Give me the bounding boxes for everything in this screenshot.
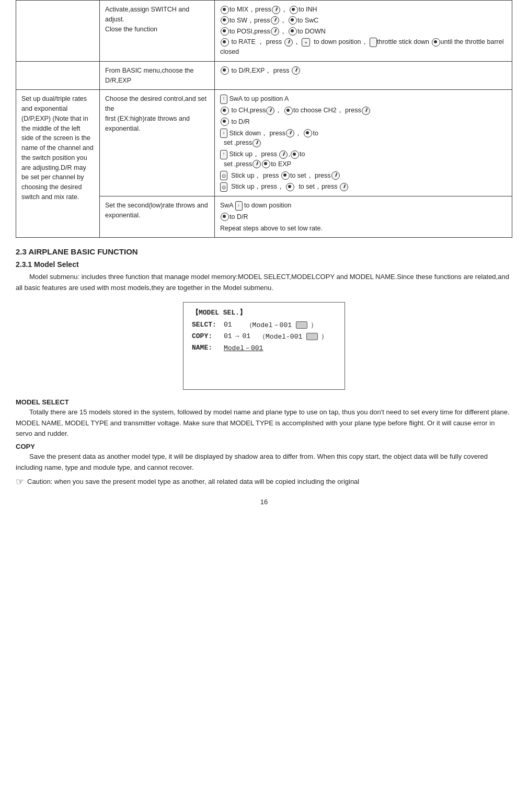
- circle-icon9: [221, 66, 229, 75]
- model-select-text: Totally there are 15 models stored in th…: [16, 407, 512, 439]
- cell-activate-switch: Activate,assign SWITCH and adjust. Close…: [100, 1, 215, 62]
- circle-icon5: [221, 27, 229, 36]
- circle-icon3: [221, 16, 229, 25]
- cell-left-empty: [16, 1, 100, 62]
- copy-model: （Model-001: [259, 332, 302, 341]
- copy-text: Save the present data as another model t…: [16, 451, 512, 473]
- name-value: Model－001: [224, 343, 263, 353]
- intro-paragraph: Model submenu: includes three function t…: [16, 272, 512, 294]
- dial-su2: [252, 160, 261, 168]
- pos-icon: +: [302, 38, 310, 47]
- selct-label: SELCT:: [192, 321, 221, 329]
- circle-icon6: [289, 27, 297, 36]
- selct-model: （Model－001: [246, 320, 292, 330]
- dial-ch3: [362, 107, 370, 115]
- circle-icon7: [221, 38, 229, 47]
- model-sel-spacer: [192, 355, 336, 381]
- dial-su: [279, 150, 288, 159]
- model-sel-row-name: NAME: Model－001: [192, 343, 336, 353]
- caution-text: Caution: when you save the present model…: [27, 477, 359, 488]
- circle-exp: [262, 160, 270, 168]
- section-231-heading: 2.3.1 Model Select: [16, 260, 512, 269]
- selct-value: 01: [224, 321, 232, 329]
- stick-icon: ↑: [220, 95, 227, 104]
- throttle-icon: [370, 38, 377, 47]
- dial-su3: [331, 171, 340, 180]
- stick-up-icon: ↑: [220, 150, 227, 159]
- dial-icon: [272, 6, 280, 14]
- copy-heading: COPY: [16, 443, 512, 450]
- cell-switch-instructions: to MIX，press， to INH to SW，press， to SwC…: [215, 1, 512, 62]
- table-row: Activate,assign SWITCH and adjust. Close…: [16, 1, 512, 62]
- table-row: Set up dual/triple rates and exponential…: [16, 90, 512, 196]
- model-icon-2: [306, 333, 318, 340]
- circle-dr: [221, 118, 229, 126]
- copy-value2: 01: [242, 332, 250, 340]
- dial-sd2: [252, 139, 261, 147]
- model-sel-row-selct: SELCT: 01 （Model－001 ）: [192, 320, 336, 330]
- table-row: From BASIC menu,choose the D/R,EXP to D/…: [16, 61, 512, 90]
- cell-dr-exp: to D/R,EXP， press: [215, 61, 512, 90]
- cell-second-low-rate: Set the second(low)rate throws and expon…: [100, 196, 215, 238]
- circle-ch: [221, 107, 229, 115]
- copy-label: COPY:: [192, 332, 221, 340]
- stick-down2-icon: ↓: [235, 201, 243, 211]
- cell-low-rate-instructions: SwA ↓ to down position to D/R Repeat ste…: [215, 196, 512, 238]
- model-select-heading: MODEL SELECT: [16, 398, 512, 406]
- circle-stick-icon: ⊙: [220, 171, 227, 180]
- dial-icon2: [271, 16, 279, 25]
- circle-su3: [281, 171, 290, 180]
- copy-value: 01: [224, 332, 232, 340]
- cell-choose-control: Choose the desired control,and set the f…: [100, 90, 215, 196]
- circle-su: [291, 150, 299, 159]
- caution-icon: ☞: [16, 477, 24, 488]
- model-sel-title: 【MODEL SEL.】: [192, 308, 336, 317]
- model-sel-box: 【MODEL SEL.】 SELCT: 01 （Model－001 ） COPY…: [183, 302, 345, 390]
- instruction-table: Activate,assign SWITCH and adjust. Close…: [16, 0, 512, 238]
- circle-icon8: [432, 38, 440, 47]
- model-sel-row-copy: COPY: 01 → 01 （Model-001 ）: [192, 332, 336, 341]
- circle-icon2: [290, 6, 298, 14]
- dial-icon5: [292, 66, 300, 75]
- circle-icon4: [289, 16, 297, 25]
- name-label: NAME:: [192, 344, 221, 352]
- dial-su4: [340, 183, 348, 191]
- circle-sd: [304, 129, 312, 137]
- stick-down-icon: ↓: [220, 129, 227, 138]
- circle-low-dr: [221, 213, 229, 221]
- section-23-heading: 2.3 AIRPLANE BASIC FUNCTION: [16, 247, 512, 256]
- cell-left-empty2: [16, 61, 100, 90]
- dial-ch: [266, 107, 274, 115]
- page-number: 16: [16, 498, 512, 506]
- dial-icon3: [271, 27, 279, 36]
- circle-icon: [221, 6, 229, 14]
- dial-icon4: [284, 38, 293, 47]
- copy-arrow: →: [235, 332, 239, 340]
- circle-su4: [286, 183, 294, 191]
- cell-control-instructions: ↑ SwA to up position A to CH,press， to c…: [215, 90, 512, 196]
- cell-dual-triple-info: Set up dual/triple rates and exponential…: [16, 90, 100, 238]
- circle-stick-icon2: ⊙: [220, 182, 227, 192]
- section-23: 2.3 AIRPLANE BASIC FUNCTION 2.3.1 Model …: [16, 247, 512, 489]
- cell-basic-menu: From BASIC menu,choose the D/R,EXP: [100, 61, 215, 90]
- caution-row: ☞ Caution: when you save the present mod…: [16, 477, 512, 490]
- model-icon-1: [296, 321, 307, 329]
- dial-sd: [286, 129, 294, 137]
- circle-ch2: [284, 107, 293, 115]
